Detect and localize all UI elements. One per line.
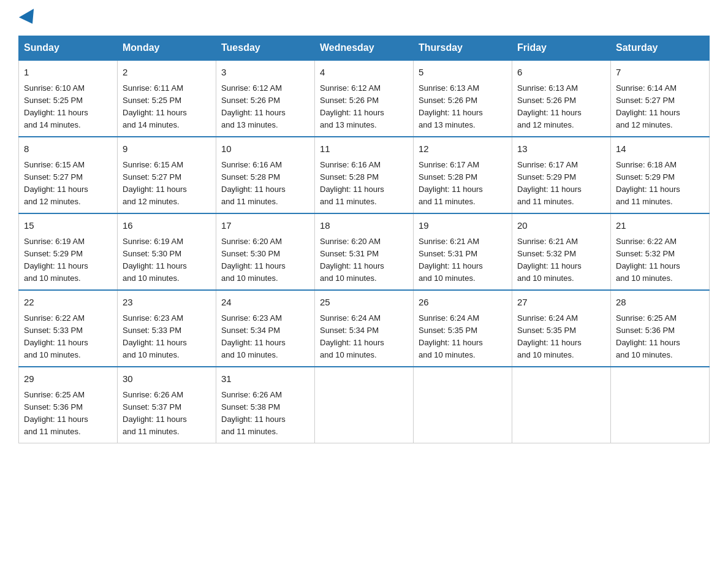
calendar-day-cell: 18Sunrise: 6:20 AMSunset: 5:31 PMDayligh… bbox=[315, 213, 414, 290]
day-number: 18 bbox=[320, 219, 408, 233]
day-info: Sunrise: 6:24 AMSunset: 5:34 PMDaylight:… bbox=[320, 312, 408, 362]
logo bbox=[18, 12, 38, 25]
col-thursday: Thursday bbox=[414, 36, 512, 61]
day-number: 20 bbox=[517, 219, 605, 233]
day-info: Sunrise: 6:17 AMSunset: 5:29 PMDaylight:… bbox=[517, 159, 605, 209]
logo-blue-text bbox=[18, 12, 38, 25]
day-number: 16 bbox=[123, 219, 211, 233]
calendar-day-cell: 16Sunrise: 6:19 AMSunset: 5:30 PMDayligh… bbox=[118, 213, 216, 290]
col-saturday: Saturday bbox=[611, 36, 710, 61]
col-wednesday: Wednesday bbox=[315, 36, 414, 61]
calendar-day-cell: 2Sunrise: 6:11 AMSunset: 5:25 PMDaylight… bbox=[118, 60, 216, 137]
day-number: 31 bbox=[221, 372, 309, 386]
calendar-day-cell bbox=[512, 367, 611, 443]
calendar-day-cell: 6Sunrise: 6:13 AMSunset: 5:26 PMDaylight… bbox=[512, 60, 611, 137]
day-info: Sunrise: 6:13 AMSunset: 5:26 PMDaylight:… bbox=[419, 82, 507, 132]
day-info: Sunrise: 6:19 AMSunset: 5:30 PMDaylight:… bbox=[123, 236, 211, 285]
day-number: 26 bbox=[419, 296, 507, 310]
calendar-day-cell: 11Sunrise: 6:16 AMSunset: 5:28 PMDayligh… bbox=[315, 137, 414, 213]
header-row: Sunday Monday Tuesday Wednesday Thursday… bbox=[19, 36, 710, 61]
day-number: 29 bbox=[24, 372, 112, 386]
calendar-day-cell bbox=[414, 367, 512, 443]
calendar-day-cell: 30Sunrise: 6:26 AMSunset: 5:37 PMDayligh… bbox=[118, 367, 216, 443]
day-info: Sunrise: 6:17 AMSunset: 5:28 PMDaylight:… bbox=[419, 159, 507, 209]
calendar-day-cell: 26Sunrise: 6:24 AMSunset: 5:35 PMDayligh… bbox=[414, 290, 512, 367]
day-number: 30 bbox=[123, 372, 211, 386]
day-number: 17 bbox=[221, 219, 309, 233]
day-number: 8 bbox=[24, 142, 112, 156]
day-number: 1 bbox=[24, 66, 112, 80]
day-info: Sunrise: 6:23 AMSunset: 5:34 PMDaylight:… bbox=[221, 312, 309, 362]
day-info: Sunrise: 6:19 AMSunset: 5:29 PMDaylight:… bbox=[24, 236, 112, 285]
day-number: 28 bbox=[616, 296, 704, 310]
calendar-day-cell: 24Sunrise: 6:23 AMSunset: 5:34 PMDayligh… bbox=[216, 290, 315, 367]
calendar-day-cell: 13Sunrise: 6:17 AMSunset: 5:29 PMDayligh… bbox=[512, 137, 611, 213]
day-info: Sunrise: 6:20 AMSunset: 5:30 PMDaylight:… bbox=[221, 236, 309, 285]
logo-triangle-icon bbox=[19, 9, 40, 28]
calendar-day-cell: 3Sunrise: 6:12 AMSunset: 5:26 PMDaylight… bbox=[216, 60, 315, 137]
day-number: 2 bbox=[123, 66, 211, 80]
col-sunday: Sunday bbox=[19, 36, 118, 61]
day-info: Sunrise: 6:24 AMSunset: 5:35 PMDaylight:… bbox=[419, 312, 507, 362]
calendar-day-cell: 20Sunrise: 6:21 AMSunset: 5:32 PMDayligh… bbox=[512, 213, 611, 290]
calendar-week-row: 8Sunrise: 6:15 AMSunset: 5:27 PMDaylight… bbox=[19, 137, 710, 213]
day-number: 12 bbox=[419, 142, 507, 156]
day-info: Sunrise: 6:26 AMSunset: 5:37 PMDaylight:… bbox=[123, 389, 211, 439]
day-number: 23 bbox=[123, 296, 211, 310]
calendar-day-cell: 9Sunrise: 6:15 AMSunset: 5:27 PMDaylight… bbox=[118, 137, 216, 213]
day-info: Sunrise: 6:16 AMSunset: 5:28 PMDaylight:… bbox=[320, 159, 408, 209]
day-number: 19 bbox=[419, 219, 507, 233]
calendar-week-row: 15Sunrise: 6:19 AMSunset: 5:29 PMDayligh… bbox=[19, 213, 710, 290]
calendar-day-cell: 12Sunrise: 6:17 AMSunset: 5:28 PMDayligh… bbox=[414, 137, 512, 213]
day-number: 11 bbox=[320, 142, 408, 156]
day-info: Sunrise: 6:22 AMSunset: 5:32 PMDaylight:… bbox=[616, 236, 704, 285]
col-tuesday: Tuesday bbox=[216, 36, 315, 61]
calendar-day-cell: 25Sunrise: 6:24 AMSunset: 5:34 PMDayligh… bbox=[315, 290, 414, 367]
day-number: 25 bbox=[320, 296, 408, 310]
calendar-day-cell: 17Sunrise: 6:20 AMSunset: 5:30 PMDayligh… bbox=[216, 213, 315, 290]
calendar-day-cell: 22Sunrise: 6:22 AMSunset: 5:33 PMDayligh… bbox=[19, 290, 118, 367]
col-friday: Friday bbox=[512, 36, 611, 61]
calendar-day-cell bbox=[315, 367, 414, 443]
calendar-week-row: 29Sunrise: 6:25 AMSunset: 5:36 PMDayligh… bbox=[19, 367, 710, 443]
page-header bbox=[18, 12, 710, 25]
day-info: Sunrise: 6:21 AMSunset: 5:32 PMDaylight:… bbox=[517, 236, 605, 285]
calendar-day-cell: 7Sunrise: 6:14 AMSunset: 5:27 PMDaylight… bbox=[611, 60, 710, 137]
day-number: 5 bbox=[419, 66, 507, 80]
day-info: Sunrise: 6:14 AMSunset: 5:27 PMDaylight:… bbox=[616, 82, 704, 132]
calendar-day-cell: 5Sunrise: 6:13 AMSunset: 5:26 PMDaylight… bbox=[414, 60, 512, 137]
day-info: Sunrise: 6:23 AMSunset: 5:33 PMDaylight:… bbox=[123, 312, 211, 362]
calendar-week-row: 22Sunrise: 6:22 AMSunset: 5:33 PMDayligh… bbox=[19, 290, 710, 367]
calendar-day-cell bbox=[611, 367, 710, 443]
day-number: 15 bbox=[24, 219, 112, 233]
calendar-week-row: 1Sunrise: 6:10 AMSunset: 5:25 PMDaylight… bbox=[19, 60, 710, 137]
day-info: Sunrise: 6:16 AMSunset: 5:28 PMDaylight:… bbox=[221, 159, 309, 209]
calendar-day-cell: 29Sunrise: 6:25 AMSunset: 5:36 PMDayligh… bbox=[19, 367, 118, 443]
day-number: 24 bbox=[221, 296, 309, 310]
day-number: 6 bbox=[517, 66, 605, 80]
day-info: Sunrise: 6:11 AMSunset: 5:25 PMDaylight:… bbox=[123, 82, 211, 132]
calendar-day-cell: 27Sunrise: 6:24 AMSunset: 5:35 PMDayligh… bbox=[512, 290, 611, 367]
col-monday: Monday bbox=[118, 36, 216, 61]
calendar-day-cell: 23Sunrise: 6:23 AMSunset: 5:33 PMDayligh… bbox=[118, 290, 216, 367]
calendar-day-cell: 15Sunrise: 6:19 AMSunset: 5:29 PMDayligh… bbox=[19, 213, 118, 290]
day-number: 21 bbox=[616, 219, 704, 233]
calendar-day-cell: 19Sunrise: 6:21 AMSunset: 5:31 PMDayligh… bbox=[414, 213, 512, 290]
day-number: 9 bbox=[123, 142, 211, 156]
day-number: 27 bbox=[517, 296, 605, 310]
calendar-day-cell: 1Sunrise: 6:10 AMSunset: 5:25 PMDaylight… bbox=[19, 60, 118, 137]
calendar-day-cell: 4Sunrise: 6:12 AMSunset: 5:26 PMDaylight… bbox=[315, 60, 414, 137]
day-info: Sunrise: 6:10 AMSunset: 5:25 PMDaylight:… bbox=[24, 82, 112, 132]
day-number: 10 bbox=[221, 142, 309, 156]
calendar-body: 1Sunrise: 6:10 AMSunset: 5:25 PMDaylight… bbox=[19, 60, 710, 443]
calendar-day-cell: 10Sunrise: 6:16 AMSunset: 5:28 PMDayligh… bbox=[216, 137, 315, 213]
day-info: Sunrise: 6:25 AMSunset: 5:36 PMDaylight:… bbox=[24, 389, 112, 439]
day-info: Sunrise: 6:13 AMSunset: 5:26 PMDaylight:… bbox=[517, 82, 605, 132]
day-number: 7 bbox=[616, 66, 704, 80]
day-number: 3 bbox=[221, 66, 309, 80]
day-info: Sunrise: 6:12 AMSunset: 5:26 PMDaylight:… bbox=[320, 82, 408, 132]
day-number: 22 bbox=[24, 296, 112, 310]
day-info: Sunrise: 6:20 AMSunset: 5:31 PMDaylight:… bbox=[320, 236, 408, 285]
day-info: Sunrise: 6:26 AMSunset: 5:38 PMDaylight:… bbox=[221, 389, 309, 439]
calendar-day-cell: 8Sunrise: 6:15 AMSunset: 5:27 PMDaylight… bbox=[19, 137, 118, 213]
